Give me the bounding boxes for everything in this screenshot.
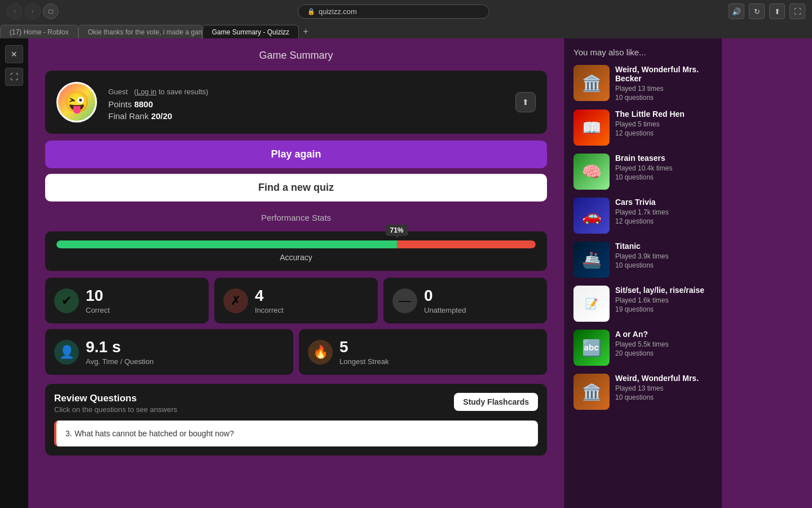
browser-toolbar: ‹ › □ 🔒 quizizz.com 🔊 ↻ ⬆ ⛶: [0, 0, 812, 23]
sound-button[interactable]: 🔊: [729, 3, 744, 19]
avg-time-stat-text: 9.1 s Avg. Time / Question: [86, 338, 284, 366]
incorrect-number: 4: [255, 287, 369, 305]
new-tab-button[interactable]: +: [299, 25, 312, 38]
share-button[interactable]: ⬆: [515, 92, 536, 112]
correct-stat-card: ✔ 10 Correct: [45, 278, 209, 323]
quiz-item-4[interactable]: 🚢 Titanic Played 3.9k times 10 questions: [573, 242, 713, 278]
quiz-questions-7: 10 questions: [615, 393, 713, 401]
guest-name-text: Guest: [108, 87, 128, 96]
quiz-thumb-7: 🏛️: [573, 374, 610, 410]
quiz-played-5: Played 1.6k times: [615, 296, 713, 304]
quiz-played-4: Played 3.9k times: [615, 252, 713, 260]
quiz-questions-0: 10 questions: [615, 94, 713, 102]
quiz-info-4: Titanic Played 3.9k times 10 questions: [615, 242, 713, 278]
quiz-questions-2: 10 questions: [615, 173, 713, 181]
stats-grid: ✔ 10 Correct ✗ 4 Incorrect —: [45, 278, 547, 323]
quiz-questions-3: 12 questions: [615, 217, 713, 225]
rank-value: 20/20: [151, 111, 173, 121]
review-section: Review Questions Click on the questions …: [45, 384, 547, 456]
points-row: Points 8800: [108, 99, 504, 109]
quiz-item-1[interactable]: 📖 The Little Red Hen Played 5 times 12 q…: [573, 110, 713, 146]
question-number: 3.: [65, 429, 72, 438]
quiz-name-1: The Little Red Hen: [615, 110, 713, 119]
stats-grid-2: 👤 9.1 s Avg. Time / Question 🔥 5 Longest…: [45, 329, 547, 375]
correct-icon: ✔: [54, 288, 79, 313]
quiz-played-3: Played 1.7k times: [615, 208, 713, 216]
browser-tabs: (17) Home - Roblox Okie thanks for the v…: [0, 23, 812, 38]
quiz-name-0: Weird, Wonderful Mrs. Becker: [615, 65, 713, 83]
review-title: Review Questions: [54, 393, 177, 404]
url-text: quizizz.com: [319, 7, 357, 16]
share-browser-button[interactable]: ⬆: [769, 3, 785, 19]
quiz-info-0: Weird, Wonderful Mrs. Becker Played 13 t…: [615, 65, 713, 102]
quiz-emoji-7: 🏛️: [582, 383, 602, 401]
tab-view-button[interactable]: □: [43, 3, 59, 19]
quiz-item-0[interactable]: 🏛️ Weird, Wonderful Mrs. Becker Played 1…: [573, 65, 713, 102]
avg-time-label: Avg. Time / Question: [86, 357, 284, 366]
quiz-item-7[interactable]: 🏛️ Weird, Wonderful Mrs. Played 13 times…: [573, 374, 713, 410]
avatar-emoji: 😜: [64, 90, 90, 114]
unattempted-label: Unattempted: [424, 306, 538, 314]
tab-game-summary[interactable]: Game Summary - Quizizz: [202, 25, 299, 38]
points-value: 8800: [134, 99, 153, 109]
quiz-thumb-5: 📝: [573, 286, 610, 322]
study-flashcards-button[interactable]: Study Flashcards: [454, 393, 538, 411]
accuracy-tooltip: 71%: [385, 225, 408, 236]
quiz-emoji-3: 🚗: [582, 207, 602, 225]
quiz-played-0: Played 13 times: [615, 85, 713, 93]
question-card[interactable]: 3. What hats cannot be hatched or bought…: [54, 421, 538, 446]
question-text: What hats cannot be hatched or bought no…: [74, 429, 234, 438]
quiz-thumb-1: 📖: [573, 110, 610, 146]
back-button[interactable]: ‹: [7, 3, 23, 19]
quiz-thumb-2: 🧠: [573, 154, 610, 190]
quiz-item-6[interactable]: 🔤 A or An? Played 5.5k times 20 question…: [573, 330, 713, 366]
accuracy-red-bar: [397, 240, 536, 248]
play-again-button[interactable]: Play again: [45, 141, 547, 168]
tab-okie[interactable]: Okie thanks for the vote, i made a game …: [78, 25, 202, 38]
close-button[interactable]: ✕: [5, 45, 23, 63]
accuracy-bar: [56, 240, 536, 248]
tab-okie-label: Okie thanks for the vote, i made a game …: [88, 28, 202, 36]
quiz-emoji-2: 🧠: [582, 163, 602, 181]
quiz-emoji-4: 🚢: [582, 251, 602, 269]
avg-time-icon: 👤: [54, 340, 79, 365]
review-header-text: Review Questions Click on the questions …: [54, 393, 177, 414]
center-content: Game Summary 😜 Guest (Log in to save res…: [28, 38, 564, 508]
quiz-emoji-6: 🔤: [582, 339, 602, 357]
log-in-link[interactable]: Log in: [136, 87, 156, 96]
review-header: Review Questions Click on the questions …: [54, 393, 538, 414]
quiz-item-2[interactable]: 🧠 Brain teasers Played 10.4k times 10 qu…: [573, 154, 713, 190]
rank-row: Final Rank 20/20: [108, 111, 504, 121]
quiz-item-3[interactable]: 🚗 Cars Trivia Played 1.7k times 12 quest…: [573, 198, 713, 234]
quiz-emoji-1: 📖: [582, 119, 602, 137]
quiz-emoji-5: 📝: [585, 297, 598, 310]
find-quiz-button[interactable]: Find a new quiz: [45, 174, 547, 202]
quiz-played-1: Played 5 times: [615, 120, 713, 128]
quiz-name-7: Weird, Wonderful Mrs.: [615, 374, 713, 383]
address-bar[interactable]: 🔒 quizizz.com: [298, 5, 489, 19]
quiz-item-5[interactable]: 📝 Sit/set, lay/lie, rise/raise Played 1.…: [573, 286, 713, 322]
streak-number: 5: [339, 338, 538, 356]
streak-label: Longest Streak: [339, 357, 538, 366]
refresh-button[interactable]: ↻: [749, 3, 765, 19]
profile-card: 😜 Guest (Log in to save results) Points …: [45, 71, 547, 134]
streak-icon: 🔥: [308, 340, 333, 365]
main-content: ✕ ⛶ Game Summary 😜 Guest (Log in to save…: [0, 38, 812, 508]
forward-button[interactable]: ›: [25, 3, 41, 19]
left-bar: ✕ ⛶: [0, 38, 28, 508]
address-bar-container: 🔒 quizizz.com: [63, 5, 724, 19]
quiz-thumb-0: 🏛️: [573, 65, 610, 101]
quiz-questions-5: 19 questions: [615, 305, 713, 313]
expand-button[interactable]: ⛶: [5, 68, 23, 86]
tab-roblox[interactable]: (17) Home - Roblox: [0, 25, 78, 38]
browser-actions: 🔊 ↻ ⬆ ⛶: [729, 3, 805, 19]
quiz-info-2: Brain teasers Played 10.4k times 10 ques…: [615, 154, 713, 190]
quiz-name-3: Cars Trivia: [615, 198, 713, 207]
incorrect-stat-text: 4 Incorrect: [255, 287, 369, 314]
review-subtitle: Click on the questions to see answers: [54, 405, 177, 414]
quiz-played-7: Played 13 times: [615, 384, 713, 392]
accuracy-label: Accuracy: [56, 253, 536, 262]
fullscreen-button[interactable]: ⛶: [789, 3, 805, 19]
streak-stat-card: 🔥 5 Longest Streak: [299, 329, 547, 375]
quiz-name-4: Titanic: [615, 242, 713, 251]
